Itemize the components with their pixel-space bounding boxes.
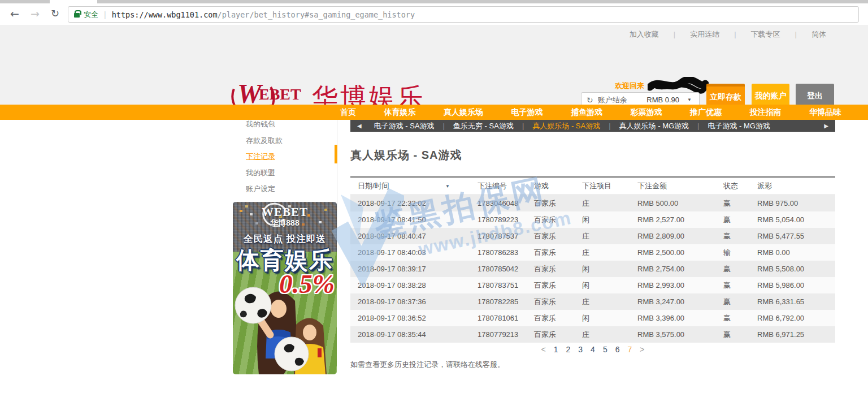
utility-link[interactable]: 加入收藏 <box>630 29 690 40</box>
table-row: 2018-09-17 08:36:52 1780781061 百家乐 闲 RMB… <box>350 310 835 326</box>
secure-label: 安全 <box>84 10 98 20</box>
table-header-cell[interactable]: 下注项目 <box>575 181 630 191</box>
cell-payout: RMB 5,508.00 <box>750 265 835 273</box>
cell-status: 赢 <box>716 297 750 307</box>
table-header-row: 日期/时间 ▼ 下注编号 游戏 下注项目 <box>350 178 835 195</box>
pagination-page[interactable]: 7 <box>627 345 632 354</box>
cell-bet-amount: RMB 3,247.00 <box>630 297 716 306</box>
main-nav-item[interactable]: 彩票游戏 <box>631 105 662 120</box>
table-header-cell[interactable]: 状态 <box>716 181 750 191</box>
bet-history-table: 日期/时间 ▼ 下注编号 游戏 下注项目 <box>350 176 835 343</box>
url-path: /player/bet_history#sa_gaming_egame_hist… <box>218 10 415 19</box>
site-header: 加入收藏 实用连结 下载专区 简体 W EBET 华博888 华博娱乐 欢迎回来 <box>0 25 868 105</box>
table-header-label: 游戏 <box>534 182 549 190</box>
main-nav-item[interactable]: 投注指南 <box>750 105 782 120</box>
cell-datetime: 2018-09-17 08:40:47 <box>350 232 470 240</box>
pagination-page[interactable]: 6 <box>615 345 620 354</box>
main-nav-item[interactable]: 首页 <box>340 105 356 120</box>
table-header-label: 日期/时间 <box>358 182 389 190</box>
table-row: 2018-09-17 08:37:36 1780782285 百家乐 庄 RMB… <box>350 293 835 310</box>
utility-link[interactable]: 下载专区 <box>751 29 811 40</box>
pagination-prev[interactable]: < <box>541 345 546 354</box>
sidebar-menu-item[interactable]: 我的钱包 <box>246 116 283 133</box>
game-history-tab[interactable]: 电子游戏 - MG游戏 <box>708 121 770 131</box>
cell-bet-item: 闲 <box>575 264 630 274</box>
cell-datetime: 2018-09-17 08:36:52 <box>350 314 470 322</box>
cell-bet-amount: RMB 2,527.00 <box>630 215 716 224</box>
main-nav-item[interactable]: 电子游戏 <box>511 105 543 120</box>
table-header-cell[interactable]: 日期/时间 ▼ <box>350 181 470 191</box>
main-nav-item[interactable]: 捕鱼游戏 <box>571 105 602 120</box>
cell-bet-number: 1780785042 <box>470 265 527 273</box>
cell-datetime: 2018-09-17 08:37:36 <box>350 297 470 306</box>
table-row: 2018-09-17 08:40:47 1780787537 百家乐 庄 RMB… <box>350 228 835 244</box>
tabs-scroll-left-icon[interactable]: ◀ <box>357 123 362 129</box>
cell-payout: RMB 5,054.00 <box>750 215 835 224</box>
sidebar-menu-item[interactable]: 下注记录 <box>246 149 283 165</box>
pagination-page[interactable]: 2 <box>566 345 571 354</box>
table-body: 2018-09-17 22:32:02 1783046048 百家乐 庄 RMB… <box>350 195 835 343</box>
address-bar[interactable]: 安全 | https://www.wbg1101.com/player/bet_… <box>68 6 859 23</box>
game-history-tab[interactable]: 真人娱乐场 - MG游戏 <box>619 121 708 131</box>
cell-datetime: 2018-09-17 22:32:02 <box>350 199 470 208</box>
main-nav-item[interactable]: 真人娱乐场 <box>444 105 483 120</box>
cell-status: 赢 <box>716 313 750 323</box>
cell-status: 赢 <box>716 231 750 241</box>
table-header-cell[interactable]: 游戏 <box>527 181 575 191</box>
cell-bet-item: 庄 <box>575 330 630 340</box>
pagination-page[interactable]: 4 <box>591 345 595 354</box>
game-history-tab[interactable]: 电子游戏 - SA游戏 <box>374 121 453 131</box>
sidebar-menu-item[interactable]: 存款及取款 <box>246 133 283 149</box>
balance-value: RMB 0.90 <box>646 96 679 104</box>
table-header-cell[interactable]: 派彩 <box>750 181 835 191</box>
table-row: 2018-09-17 08:39:17 1780785042 百家乐 闲 RMB… <box>350 261 835 277</box>
table-row: 2018-09-17 08:41:50 1780789223 百家乐 闲 RMB… <box>350 211 835 228</box>
table-header-cell[interactable]: 下注金额 <box>630 181 716 191</box>
cell-game: 百家乐 <box>527 280 575 291</box>
sidebar-menu-item[interactable]: 我的联盟 <box>246 165 283 182</box>
cell-bet-item: 庄 <box>575 198 630 209</box>
cell-bet-amount: RMB 2,993.00 <box>630 281 716 290</box>
banner-rate: 0.5% <box>250 269 335 299</box>
refresh-balance-icon[interactable]: ↻ <box>587 96 593 105</box>
cell-payout: RMB 5,477.55 <box>750 232 835 240</box>
cell-bet-number: 1780779213 <box>470 330 527 339</box>
pagination-page[interactable]: 5 <box>603 345 607 354</box>
balance-dropdown-icon[interactable]: ▼ <box>687 97 692 102</box>
sidebar-active-marker <box>335 145 337 163</box>
cell-datetime: 2018-09-17 08:39:17 <box>350 265 470 273</box>
sidebar-menu: 我的钱包 存款及取款 下注记录 我的联盟 账户设定 <box>246 116 283 197</box>
browser-toolbar: ← → ↻ 安全 | https://www.wbg1101.com/playe… <box>0 3 868 25</box>
cell-bet-item: 庄 <box>575 297 630 307</box>
cell-bet-number: 1780786283 <box>470 248 527 257</box>
cell-payout: RMB 6,792.00 <box>750 314 835 322</box>
pagination-page[interactable]: 1 <box>554 345 558 354</box>
cell-bet-number: 1780787537 <box>470 232 527 240</box>
game-history-tab[interactable]: 鱼乐无穷 - SA游戏 <box>453 121 532 131</box>
svg-text:EBET: EBET <box>259 85 301 103</box>
cell-status: 赢 <box>716 264 750 274</box>
cell-bet-amount: RMB 500.00 <box>630 199 716 208</box>
cell-game: 百家乐 <box>527 297 575 307</box>
pagination-page[interactable]: 3 <box>578 345 583 354</box>
table-header-cell[interactable]: 下注编号 <box>470 181 527 191</box>
utility-link[interactable]: 实用连结 <box>690 29 750 40</box>
reload-icon[interactable]: ↻ <box>51 7 59 19</box>
sort-desc-icon[interactable]: ▼ <box>445 184 450 189</box>
main-nav-item[interactable]: 推广优惠 <box>690 105 722 120</box>
url-domain: https://www.wbg1101.com <box>112 10 218 19</box>
game-history-tab[interactable]: 真人娱乐场 - SA游戏 <box>532 121 619 131</box>
back-icon[interactable]: ← <box>10 7 19 20</box>
promo-banner[interactable]: WEBET 华博888 全民返点 投注即送 体育娱乐 0.5% <box>233 202 337 374</box>
cell-payout: RMB 6,331.65 <box>750 297 835 306</box>
history-contact-note: 如需查看更多历史投注记录，请联络在线客服。 <box>350 360 505 370</box>
main-nav-item[interactable]: 华博品味 <box>809 105 841 120</box>
main-nav-item[interactable]: 体育娱乐 <box>384 105 416 120</box>
forward-icon[interactable]: → <box>31 7 40 20</box>
utility-link[interactable]: 简体 <box>811 29 826 40</box>
pagination-next[interactable]: > <box>640 345 644 354</box>
cell-bet-amount: RMB 2,809.00 <box>630 232 716 240</box>
cell-game: 百家乐 <box>527 264 575 274</box>
tabs-scroll-right-icon[interactable]: ▶ <box>824 123 828 129</box>
sidebar-menu-item[interactable]: 账户设定 <box>246 181 283 197</box>
